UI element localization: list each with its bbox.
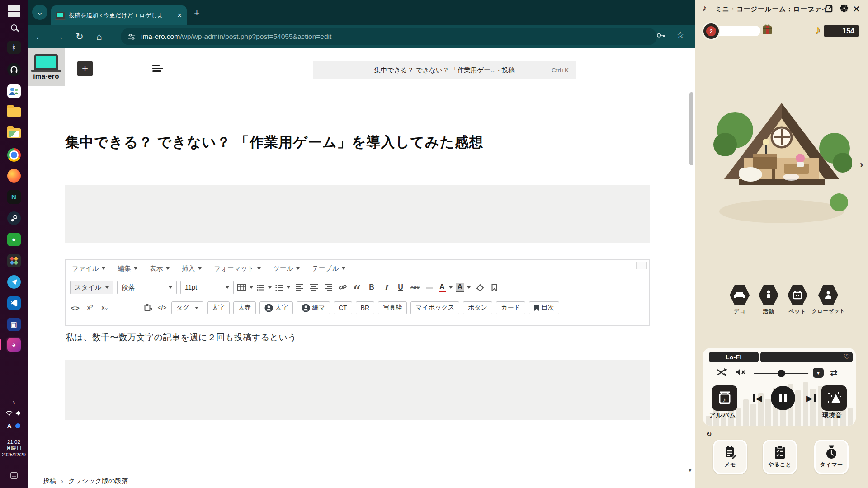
minimize-button[interactable]: _: [810, 3, 814, 12]
taskbar-app-headphones[interactable]: [6, 62, 21, 77]
genre-chip[interactable]: Lo-Fi: [709, 352, 759, 362]
home-button[interactable]: ⌂: [96, 30, 102, 43]
breadcrumb-current[interactable]: クラシック版の段落: [68, 477, 128, 485]
paragraph-select[interactable]: 段落: [117, 281, 177, 294]
taskbar-app-game[interactable]: [6, 253, 21, 268]
password-key-button[interactable]: [656, 31, 665, 41]
tab-close-button[interactable]: ✕: [177, 12, 182, 19]
card-button[interactable]: カード: [496, 301, 525, 314]
menu-view[interactable]: 表示: [150, 264, 170, 273]
post-body-text[interactable]: 私は、数千〜数万文字の記事を週に２回も投稿するという: [66, 332, 297, 343]
underline-button[interactable]: U: [395, 282, 406, 293]
taskbar-app-bee[interactable]: ᚼ: [6, 40, 21, 55]
empty-block-bottom[interactable]: [65, 360, 650, 420]
italic-button[interactable]: I: [381, 282, 392, 293]
mce-undo-button[interactable]: [113, 302, 124, 314]
empty-block-top[interactable]: [65, 185, 650, 243]
breadcrumb-root[interactable]: 投稿: [43, 477, 56, 485]
action-center-button[interactable]: [0, 471, 28, 480]
tray-expand-button[interactable]: ›: [0, 399, 28, 407]
menu-insert[interactable]: 挿入: [182, 264, 202, 273]
taskbar-app-green[interactable]: ●: [6, 232, 21, 247]
menu-tools[interactable]: ツール: [273, 264, 300, 273]
menu-format[interactable]: フォーマット: [214, 264, 261, 273]
post-title[interactable]: 集中できる？ できない？ 「作業用ゲーム」を導入してみた感想: [65, 133, 648, 152]
pause-button[interactable]: [771, 386, 795, 410]
content-scrollbar[interactable]: ▾: [689, 87, 695, 473]
favorite-heart-icon[interactable]: ♡: [844, 352, 850, 361]
settings-button[interactable]: [840, 4, 849, 14]
taskbar-app-active-pink[interactable]: ◕: [6, 337, 21, 352]
taskbar-app-pictures[interactable]: [6, 126, 21, 141]
menu-table[interactable]: テーブル: [312, 264, 345, 273]
background-color-button[interactable]: A: [456, 282, 471, 293]
br-button[interactable]: BR: [356, 301, 374, 314]
toolbar-corner-box[interactable]: [636, 262, 647, 269]
horizontal-rule-button[interactable]: —: [424, 282, 435, 293]
code-button[interactable]: <>: [70, 302, 81, 314]
player-dropdown-button[interactable]: ▼: [813, 368, 824, 378]
start-button[interactable]: [6, 4, 21, 19]
volume-slider-thumb[interactable]: [778, 370, 785, 377]
ct-button[interactable]: CT: [334, 301, 352, 314]
menu-file[interactable]: ファイル: [72, 264, 105, 273]
volume-slider[interactable]: [754, 373, 808, 374]
gift-button[interactable]: [761, 23, 773, 37]
popout-button[interactable]: [825, 4, 834, 14]
bold-button[interactable]: B: [366, 282, 377, 293]
bold-red-button[interactable]: 太赤: [233, 301, 256, 314]
link-button[interactable]: [337, 282, 348, 293]
subscript-button[interactable]: x₂: [99, 302, 110, 314]
mute-button[interactable]: [736, 368, 745, 378]
loop-refresh-icon[interactable]: ↻: [706, 430, 712, 438]
new-tab-button[interactable]: +: [194, 7, 200, 19]
numbered-list-button[interactable]: [275, 282, 290, 293]
taskbar-app-blue[interactable]: [6, 274, 21, 289]
timer-button[interactable]: タイマー: [814, 440, 849, 474]
browser-tab[interactable]: 投稿を追加 ‹ 今更だけどエロゲしよ ✕: [51, 5, 187, 25]
photo-frame-button[interactable]: 写真枠: [378, 301, 407, 314]
strikethrough-button[interactable]: ABC: [410, 282, 420, 293]
tray-clock[interactable]: 21:02 月曜日 2025/12/29: [0, 437, 28, 459]
align-center-button[interactable]: [308, 282, 319, 293]
repeat-button[interactable]: ⇄: [830, 367, 838, 378]
taskbar-app-firefox[interactable]: [6, 168, 21, 183]
bold-shortcut-button[interactable]: 太字: [207, 301, 230, 314]
text-color-button[interactable]: A: [439, 282, 453, 293]
bullet-list-button[interactable]: [257, 282, 272, 293]
tag-dropdown-button[interactable]: タグ: [171, 301, 203, 314]
nav-deco-button[interactable]: デコ: [725, 285, 754, 315]
taskbar-app-vscode[interactable]: [6, 296, 21, 310]
styles-select[interactable]: スタイル: [70, 281, 113, 294]
mce-redo-button[interactable]: [128, 302, 139, 314]
button-shortcode-button[interactable]: ボタン: [463, 301, 492, 314]
blockquote-button[interactable]: “: [352, 282, 363, 293]
track-progress-bar[interactable]: ♡: [760, 352, 853, 362]
menu-edit[interactable]: 編集: [118, 264, 137, 273]
list-view-button[interactable]: [152, 65, 163, 72]
album-button[interactable]: ♪: [712, 385, 737, 411]
fontsize-select[interactable]: 11pt: [180, 281, 234, 294]
ime-indicator[interactable]: A: [0, 422, 28, 430]
previous-button[interactable]: ◀: [753, 393, 762, 404]
paste-as-text-button[interactable]: [142, 302, 153, 314]
taskbar-app-explorer[interactable]: [6, 104, 21, 119]
shuffle-button[interactable]: [717, 368, 727, 379]
taskbar-app-people[interactable]: [6, 84, 21, 99]
forward-button[interactable]: →: [55, 30, 64, 43]
site-logo[interactable]: ima-ero: [28, 48, 65, 86]
next-button[interactable]: ▶: [806, 393, 816, 404]
clear-formatting-button[interactable]: [474, 282, 485, 293]
block-inserter-button[interactable]: +: [77, 61, 93, 76]
nav-activity-button[interactable]: 活動: [754, 285, 783, 315]
scrollbar-thumb[interactable]: [689, 92, 693, 165]
speaker-bold-button[interactable]: 太字: [259, 301, 293, 314]
memo-button[interactable]: メモ: [713, 440, 747, 474]
table-button[interactable]: [237, 282, 253, 293]
code-shortcode-button[interactable]: </>: [157, 302, 168, 314]
speaker-thin-button[interactable]: 細マ: [297, 301, 330, 314]
toc-button[interactable]: 目次: [529, 301, 559, 314]
mybox-button[interactable]: マイボックス: [410, 301, 459, 314]
taskbar-app-darkblue[interactable]: ▣: [6, 317, 21, 332]
ambient-button[interactable]: [821, 385, 847, 411]
